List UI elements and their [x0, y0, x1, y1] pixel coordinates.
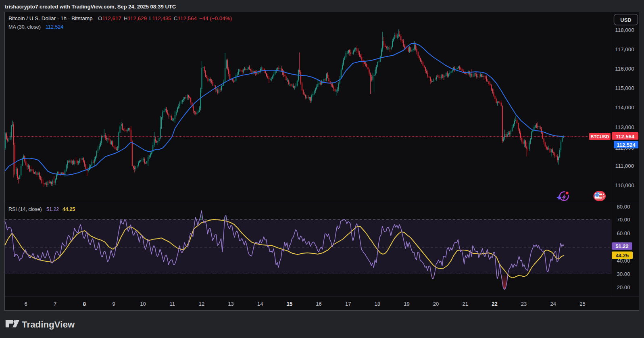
- svg-text:9: 9: [112, 301, 115, 307]
- svg-text:112,524: 112,524: [617, 142, 636, 148]
- svg-text:USD: USD: [620, 17, 631, 23]
- svg-text:6: 6: [24, 301, 27, 307]
- svg-text:8: 8: [83, 301, 86, 307]
- svg-text:70.00: 70.00: [617, 217, 630, 223]
- svg-text:11: 11: [169, 301, 175, 307]
- svg-text:113,000: 113,000: [615, 124, 634, 130]
- svg-text:13: 13: [228, 301, 233, 307]
- svg-text:20: 20: [433, 301, 439, 307]
- svg-text:60.00: 60.00: [617, 230, 630, 236]
- svg-text:19: 19: [404, 301, 409, 307]
- svg-text:14: 14: [257, 301, 263, 307]
- svg-text:80.00: 80.00: [617, 204, 630, 210]
- svg-text:trishacrypto7 created with Tra: trishacrypto7 created with TradingView.c…: [5, 4, 176, 10]
- svg-text:25: 25: [579, 301, 585, 307]
- svg-text:21: 21: [463, 301, 468, 307]
- svg-text:112,564: 112,564: [616, 134, 635, 140]
- svg-text:24: 24: [550, 301, 556, 307]
- svg-text:22: 22: [492, 301, 497, 307]
- svg-text:110,000: 110,000: [615, 182, 634, 188]
- svg-text:MA (30, close): MA (30, close): [8, 24, 41, 30]
- svg-text:12: 12: [199, 301, 204, 307]
- svg-text:17: 17: [345, 301, 351, 307]
- svg-text:114,000: 114,000: [615, 104, 634, 111]
- svg-text:O112,617H112,629L112,435C112,5: O112,617H112,629L112,435C112,564−44 (−0.…: [98, 15, 232, 21]
- svg-text:16: 16: [316, 301, 321, 307]
- svg-text:115,000: 115,000: [615, 85, 634, 91]
- svg-text:10: 10: [140, 301, 146, 307]
- svg-text:51.22: 51.22: [46, 207, 59, 212]
- svg-text:Bitcoin / U.S. Dollar · 1h · B: Bitcoin / U.S. Dollar · 1h · Bitstamp: [8, 15, 93, 21]
- svg-text:111,000: 111,000: [615, 163, 634, 169]
- svg-text:116,000: 116,000: [615, 66, 634, 72]
- svg-text:30.00: 30.00: [617, 271, 630, 277]
- svg-text:18: 18: [375, 301, 380, 307]
- svg-text:118,000: 118,000: [615, 27, 634, 33]
- svg-text:44.25: 44.25: [63, 207, 75, 212]
- svg-text:15: 15: [287, 301, 292, 307]
- svg-text:7: 7: [54, 301, 56, 307]
- svg-text:112,524: 112,524: [46, 24, 63, 30]
- svg-text:117,000: 117,000: [615, 46, 634, 52]
- svg-text:20.00: 20.00: [617, 284, 630, 290]
- svg-text:44.25: 44.25: [616, 252, 629, 259]
- svg-text:BTCUSD: BTCUSD: [591, 134, 609, 139]
- svg-text:RSI (14, close): RSI (14, close): [8, 207, 42, 212]
- svg-text:TradingView: TradingView: [22, 319, 75, 330]
- svg-text:51.22: 51.22: [615, 243, 628, 249]
- svg-text:23: 23: [521, 301, 527, 307]
